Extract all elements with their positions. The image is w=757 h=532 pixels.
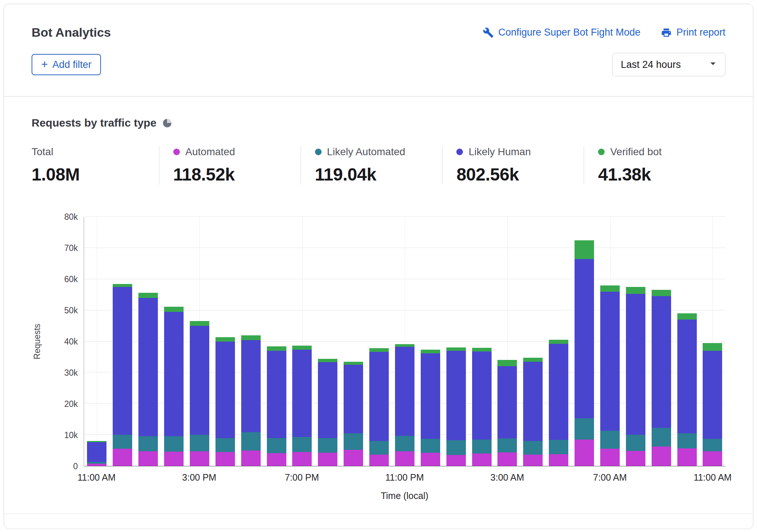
print-report-link[interactable]: Print report — [661, 27, 725, 38]
y-axis-ticks: 010k20k30k40k50k60k70k80k — [32, 217, 78, 466]
bar-9-00-am[interactable] — [652, 217, 671, 466]
printer-icon — [661, 27, 672, 38]
bar-segment-likely-automated — [446, 440, 466, 455]
stat-value: 802.56k — [456, 164, 584, 185]
bar-5-00-pm[interactable] — [241, 217, 261, 466]
bar-segment-likely-automated — [652, 428, 671, 447]
bar-segment-likely-human — [138, 298, 158, 437]
bar-12-00-pm[interactable] — [113, 217, 132, 466]
add-filter-label: Add filter — [52, 59, 92, 70]
bar-segment-verified-bot — [472, 348, 492, 351]
bar-3-00-pm[interactable] — [190, 217, 209, 466]
y-tick-label: 70k — [64, 243, 78, 253]
bar-7-00-pm[interactable] — [292, 217, 312, 466]
bar-1-00-pm[interactable] — [138, 217, 158, 466]
link-label: Configure Super Bot Fight Mode — [498, 27, 640, 38]
bar-11-00-am[interactable] — [703, 217, 722, 466]
bar-segment-likely-human — [446, 351, 466, 440]
bar-segment-automated — [626, 451, 645, 466]
bar-segment-automated — [292, 452, 312, 466]
bar-5-00-am[interactable] — [549, 217, 568, 466]
bar-4-00-am[interactable] — [523, 217, 543, 466]
bar-2-00-am[interactable] — [472, 217, 492, 466]
x-tick-label: 3:00 PM — [182, 472, 216, 483]
bar-slot — [212, 217, 238, 466]
bar-3-00-am[interactable] — [497, 217, 517, 466]
bar-segment-likely-automated — [164, 436, 184, 452]
pie-chart-icon — [163, 119, 171, 127]
bar-segment-likely-automated — [600, 431, 620, 449]
bar-segment-likely-human — [215, 342, 235, 438]
y-tick-label: 20k — [64, 399, 78, 409]
stat-likely-automated[interactable]: Likely Automated 119.04k — [301, 146, 442, 185]
bar-segment-automated — [472, 453, 492, 466]
stat-verified-bot[interactable]: Verified bot 41.38k — [584, 146, 725, 185]
y-tick-label: 80k — [64, 212, 78, 222]
bar-slot — [674, 217, 700, 466]
bar-segment-likely-human — [369, 352, 389, 441]
x-tick-label: 11:00 PM — [385, 472, 424, 483]
likely-automated-legend-dot — [315, 149, 322, 155]
x-axis-title: Time (local) — [84, 491, 725, 501]
bar-2-00-pm[interactable] — [164, 217, 184, 466]
bar-segment-automated — [549, 454, 568, 466]
bar-segment-likely-automated — [113, 435, 132, 449]
bar-segment-automated — [395, 451, 414, 466]
bar-segment-automated — [421, 453, 440, 466]
bar-8-00-am[interactable] — [626, 217, 645, 466]
stat-automated[interactable]: Automated 118.52k — [159, 146, 301, 185]
bar-slot — [495, 217, 520, 466]
stat-value: 118.52k — [173, 164, 301, 185]
bar-segment-likely-human — [267, 351, 286, 438]
bar-segment-verified-bot — [575, 240, 594, 259]
bar-8-00-pm[interactable] — [318, 217, 337, 466]
bar-segment-automated — [215, 452, 235, 466]
bar-segment-verified-bot — [421, 350, 440, 353]
bar-slot — [597, 217, 623, 466]
bar-segment-likely-automated — [395, 436, 414, 451]
bar-segment-verified-bot — [113, 284, 132, 287]
bar-segment-likely-human — [677, 320, 697, 433]
bar-segment-likely-automated — [703, 439, 722, 451]
y-tick-label: 50k — [64, 306, 78, 316]
bar-segment-likely-automated — [138, 436, 158, 451]
bar-1-00-am[interactable] — [446, 217, 466, 466]
bot-analytics-card: Bot Analytics Configure Super Bot Fight … — [4, 4, 753, 529]
bar-10-00-pm[interactable] — [369, 217, 389, 466]
configure-super-bot-fight-mode-link[interactable]: Configure Super Bot Fight Mode — [483, 27, 640, 38]
bar-segment-likely-human — [318, 362, 337, 438]
bar-segment-verified-bot — [395, 344, 414, 347]
stats-row: Total 1.08M Automated 118.52k Likely Aut… — [32, 146, 725, 185]
bar-slot — [341, 217, 366, 466]
bar-slot — [187, 217, 213, 466]
time-range-select[interactable]: Last 24 hours — [612, 53, 725, 76]
bar-6-00-pm[interactable] — [267, 217, 286, 466]
bar-segment-likely-automated — [497, 438, 517, 452]
bar-segment-likely-human — [652, 296, 671, 427]
bar-slot — [84, 217, 110, 466]
bar-10-00-am[interactable] — [677, 217, 697, 466]
bar-segment-verified-bot — [190, 321, 209, 326]
bar-segment-likely-human — [164, 312, 184, 437]
bar-11-00-am[interactable] — [87, 217, 106, 466]
bar-segment-likely-human — [292, 350, 312, 437]
bar-12-00-am[interactable] — [421, 217, 440, 466]
bar-segment-automated — [703, 451, 722, 466]
bar-slot — [648, 217, 674, 466]
bar-slot — [417, 217, 443, 466]
add-filter-button[interactable]: + Add filter — [32, 54, 101, 75]
bar-9-00-pm[interactable] — [344, 217, 363, 466]
plus-icon: + — [41, 58, 48, 70]
bar-11-00-pm[interactable] — [395, 217, 414, 466]
bar-segment-automated — [138, 451, 158, 466]
bar-segment-automated — [241, 451, 261, 466]
bar-4-00-pm[interactable] — [215, 217, 235, 466]
bar-6-00-am[interactable] — [575, 217, 594, 466]
bar-segment-automated — [652, 447, 671, 466]
stat-likely-human[interactable]: Likely Human 802.56k — [442, 146, 584, 185]
bar-segment-automated — [87, 464, 106, 466]
bar-segment-automated — [369, 455, 389, 466]
stat-total[interactable]: Total 1.08M — [32, 146, 159, 185]
bar-7-00-am[interactable] — [600, 217, 620, 466]
bar-segment-automated — [677, 448, 697, 466]
